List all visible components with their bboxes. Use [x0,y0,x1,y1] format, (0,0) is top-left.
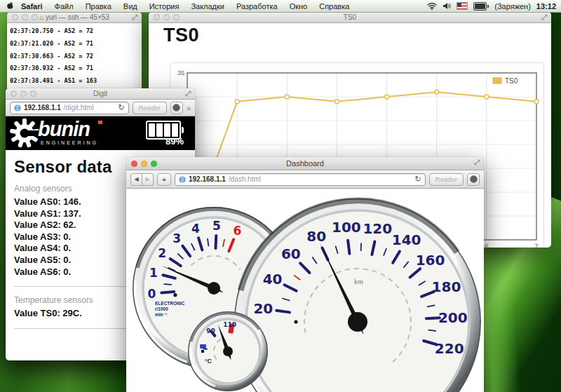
svg-text:2: 2 [158,246,166,260]
dashboard-browser-window: Dashboard ◀ ▶ + 192.168.1.1/dash.html ↻ … [126,157,484,392]
reload-icon[interactable]: ↻ [118,103,124,112]
svg-text:140: 140 [392,231,421,248]
ts0-titlebar[interactable]: TS0 [149,12,551,23]
resize-icon[interactable] [132,14,138,20]
data-point-marker [334,100,339,104]
dashboard-titlebar[interactable]: Dashboard [126,157,484,170]
terminal-line: 02:37:30.663 - AS2 = 72 [10,50,139,63]
menu-clock[interactable]: 13:12 [536,2,556,11]
new-tab-button[interactable]: + [157,173,171,186]
close-button[interactable] [131,161,137,167]
svg-text:7: 7 [534,243,538,248]
menu-item[interactable]: Окно [290,2,308,11]
menu-item[interactable]: Правка [86,2,111,11]
gauge-cluster: 0123456ELECTRONICr/1000min⁻¹204060801001… [126,189,484,392]
svg-text:40: 40 [263,271,283,288]
url-path: /dash.html [229,175,261,183]
address-bar[interactable]: 192.168.1.1/digit.html ↻ [10,102,129,114]
terminal-titlebar[interactable]: ⌂ yuri — ssh — 45×53 [7,12,142,23]
svg-text:20: 20 [253,300,273,317]
url-path: /digit.html [64,104,94,111]
zoom-button[interactable] [30,90,36,97]
gauge-hub [223,346,233,356]
svg-text:110: 110 [223,321,236,328]
input-language-flag-icon[interactable] [457,2,468,10]
menu-item[interactable]: Разработка [236,2,278,11]
svg-text:60: 60 [281,245,301,262]
history-nav[interactable]: ◀ ▶ [130,173,154,186]
downloads-button[interactable] [170,102,183,114]
menu-item-safari[interactable]: Safari [21,2,43,11]
data-point-marker [435,90,439,94]
svg-text:5: 5 [212,219,221,233]
window-controls[interactable] [12,14,38,20]
window-controls[interactable] [154,14,180,20]
digit-titlebar[interactable]: Digit [6,88,195,100]
data-point-marker [485,95,489,99]
zoom-button[interactable] [32,14,38,20]
volume-icon[interactable] [442,2,451,10]
apple-menu[interactable] [6,1,14,11]
speedometer-gauge: 20406080100120140160180200220km [234,198,481,392]
url-host: 192.168.1.1 [24,104,61,111]
data-point-marker [235,100,239,104]
gauge-hub [348,312,367,332]
resize-icon[interactable] [541,14,548,20]
gauge-hub [208,282,220,295]
globe-favicon [179,176,186,183]
menu-item[interactable]: Закладки [191,2,224,11]
svg-text:4: 4 [191,222,200,236]
resize-icon[interactable] [474,159,480,165]
brand-logo-subtext: ENGINEERING [41,140,98,145]
downloads-button[interactable] [467,173,480,186]
zoom-button[interactable] [151,161,157,167]
reader-button[interactable]: Reader [133,102,167,114]
terminal-line: 02:37:30.932 - AS2 = 71 [10,62,139,75]
minimize-button[interactable] [163,14,170,20]
svg-text:120: 120 [363,220,392,237]
reload-icon[interactable]: ↻ [415,175,421,184]
window-controls[interactable] [11,90,36,97]
svg-text:35: 35 [177,69,184,76]
data-point-marker [285,95,289,99]
address-bar[interactable]: 192.168.1.1/dash.html ↻ [175,173,426,186]
svg-text:100: 100 [332,219,361,236]
toolbar-overflow-icon[interactable]: » [187,104,191,112]
menu-item[interactable]: Справка [319,2,349,11]
menu-item[interactable]: История [149,2,180,11]
svg-text:6: 6 [233,224,241,238]
dashboard-page: 0123456ELECTRONICr/1000min⁻¹204060801001… [126,189,484,392]
battery-status-label[interactable]: (Заряжен) [494,2,531,11]
close-button[interactable] [12,14,18,20]
svg-text:6: 6 [485,243,488,248]
menu-item[interactable]: Файл [55,2,74,11]
wifi-icon[interactable] [427,2,437,10]
resize-icon[interactable] [185,90,191,97]
svg-text:3: 3 [173,231,181,245]
close-button[interactable] [154,14,160,20]
svg-text:ELECTRONIC: ELECTRONIC [155,301,185,306]
forward-button[interactable]: ▶ [142,173,154,186]
battery-menu-icon[interactable] [473,2,489,11]
terminal-line: 02:37:21.020 - AS2 = 71 [10,38,139,50]
svg-text:180: 180 [432,278,461,295]
gear-icon [9,118,40,149]
dashboard-toolbar: ◀ ▶ + 192.168.1.1/dash.html ↻ Reader [126,170,484,189]
home-icon: ⌂ [39,13,43,21]
svg-text:TS0: TS0 [505,77,518,85]
zoom-button[interactable] [173,14,180,20]
data-point-marker [534,100,539,104]
apple-icon [6,1,14,11]
page-title: TS0 [163,25,551,46]
svg-text:160: 160 [416,252,445,269]
minimize-button[interactable] [20,90,27,97]
svg-text:1: 1 [149,266,158,280]
menu-item[interactable]: Вид [123,2,137,11]
minimize-button[interactable] [141,161,147,167]
reader-button[interactable]: Reader [429,173,464,186]
window-controls[interactable] [131,161,157,167]
close-button[interactable] [11,90,17,97]
back-button[interactable]: ◀ [130,173,142,186]
svg-text:220: 220 [435,340,464,357]
minimize-button[interactable] [22,14,28,20]
